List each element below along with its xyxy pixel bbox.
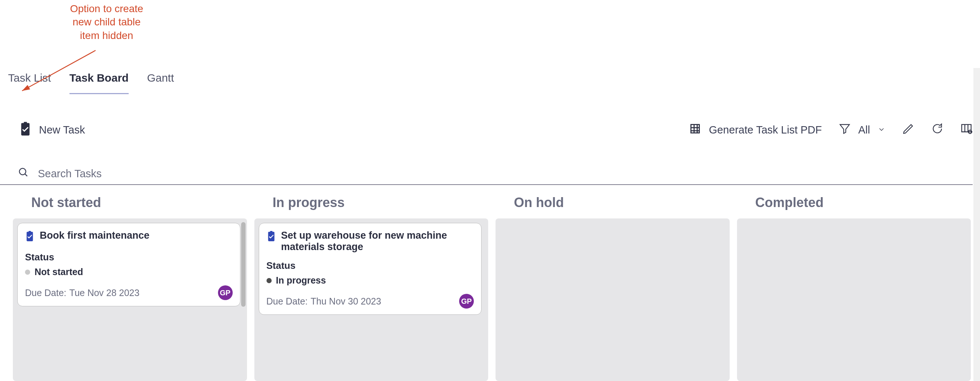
- table-grid-icon: [689, 123, 702, 137]
- column-body[interactable]: Set up warehouse for new machine materia…: [255, 218, 488, 381]
- search-icon: [18, 167, 37, 180]
- column-title: In progress: [273, 195, 488, 210]
- tab-label: Gantt: [147, 72, 174, 84]
- column-on-hold: On hold: [495, 191, 730, 381]
- due-date: Due Date: Tue Nov 28 2023: [25, 288, 139, 298]
- status-value-row: Not started: [25, 267, 233, 277]
- task-card[interactable]: Book first maintenance Status Not starte…: [17, 223, 240, 306]
- chevron-down-icon: [877, 124, 886, 136]
- assignee-initials: GP: [220, 289, 231, 297]
- generate-pdf-label: Generate Task List PDF: [709, 124, 822, 136]
- status-value: In progress: [276, 275, 326, 286]
- column-body[interactable]: [495, 218, 730, 381]
- status-value: Not started: [35, 267, 83, 277]
- column-completed: Completed: [737, 191, 971, 381]
- tab-label: Task Board: [70, 72, 129, 84]
- pencil-icon: [902, 123, 915, 137]
- kanban-board: Not started Book first maintenance Statu…: [13, 191, 971, 381]
- generate-pdf-button[interactable]: Generate Task List PDF: [689, 123, 822, 137]
- task-title: Book first maintenance: [40, 230, 150, 241]
- column-title: Completed: [756, 195, 971, 210]
- annotation-line-1: Option to create: [44, 2, 169, 16]
- due-date: Due Date: Thu Nov 30 2023: [267, 296, 381, 307]
- assignee-initials: GP: [461, 297, 472, 306]
- search-input[interactable]: [37, 167, 258, 180]
- refresh-button[interactable]: [931, 123, 943, 137]
- tab-task-board[interactable]: Task Board: [70, 72, 129, 94]
- filter-label: All: [858, 124, 870, 136]
- status-dot-icon: [267, 278, 272, 283]
- clipboard-check-icon: [267, 230, 276, 244]
- task-card[interactable]: Set up warehouse for new machine materia…: [259, 223, 482, 315]
- funnel-icon: [838, 123, 851, 137]
- tab-label: Task List: [8, 72, 51, 84]
- assignee-avatar[interactable]: GP: [218, 285, 233, 300]
- tab-gantt[interactable]: Gantt: [147, 72, 174, 93]
- clipboard-check-icon: [25, 230, 35, 244]
- page-vertical-scrollbar[interactable]: [974, 68, 980, 381]
- annotation-line-2: new child table: [44, 16, 169, 29]
- due-date-value: Thu Nov 30 2023: [310, 296, 381, 307]
- board-settings-button[interactable]: [960, 123, 973, 137]
- filter-dropdown[interactable]: All: [838, 123, 886, 137]
- annotation-callout: Option to create new child table item hi…: [44, 2, 169, 42]
- task-title: Set up warehouse for new machine materia…: [281, 230, 474, 253]
- due-date-label: Due Date:: [267, 296, 308, 307]
- board-toolbar: New Task Generate Task List PDF All: [0, 120, 973, 140]
- annotation-line-3: item hidden: [44, 29, 169, 42]
- new-task-label: New Task: [39, 124, 85, 136]
- due-date-value: Tue Nov 28 2023: [70, 288, 140, 298]
- svg-point-3: [19, 169, 26, 175]
- column-body[interactable]: [737, 218, 971, 381]
- search-row: [0, 163, 973, 185]
- view-tabs: Task List Task Board Gantt: [8, 72, 174, 94]
- refresh-icon: [931, 123, 943, 137]
- new-task-button[interactable]: New Task: [19, 121, 85, 139]
- column-title: On hold: [514, 195, 730, 210]
- column-scrollbar[interactable]: [241, 222, 245, 307]
- column-body[interactable]: Book first maintenance Status Not starte…: [13, 218, 247, 381]
- svg-line-4: [25, 174, 27, 176]
- due-date-label: Due Date:: [25, 288, 67, 298]
- status-value-row: In progress: [267, 275, 474, 286]
- status-dot-icon: [25, 269, 30, 275]
- column-in-progress: In progress Set up warehouse for new mac…: [255, 191, 488, 381]
- tab-task-list[interactable]: Task List: [8, 72, 51, 93]
- column-not-started: Not started Book first maintenance Statu…: [13, 191, 247, 381]
- column-title: Not started: [31, 195, 247, 210]
- clipboard-check-icon: [19, 121, 32, 139]
- assignee-avatar[interactable]: GP: [459, 294, 474, 309]
- board-layout-settings-icon: [960, 123, 973, 137]
- edit-button[interactable]: [902, 123, 915, 137]
- status-label: Status: [25, 252, 233, 263]
- status-label: Status: [267, 260, 474, 271]
